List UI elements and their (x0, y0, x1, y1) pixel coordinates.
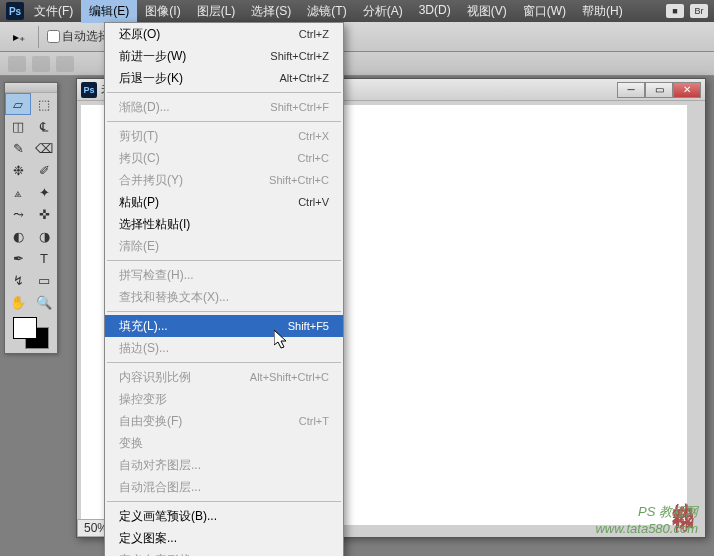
menu-item-label: 定义自定形状... (119, 552, 329, 557)
menu-item-自动混合图层: 自动混合图层... (105, 476, 343, 498)
menu-image[interactable]: 图像(I) (137, 0, 188, 23)
hand-tool[interactable]: ✋ (5, 291, 31, 313)
menu-item-内容识别比例: 内容识别比例Alt+Shift+Ctrl+C (105, 366, 343, 388)
menu-help[interactable]: 帮助(H) (574, 0, 631, 23)
menu-item-选择性粘贴i[interactable]: 选择性粘贴(I) (105, 213, 343, 235)
menu-item-shortcut: Alt+Shift+Ctrl+C (250, 371, 329, 383)
menu-item-label: 前进一步(W) (119, 48, 270, 65)
watermark-cn: 他姓我帮你 (668, 485, 698, 495)
menu-item-label: 操控变形 (119, 391, 329, 408)
menu-item-label: 定义图案... (119, 530, 329, 547)
brush-tool[interactable]: ✐ (31, 159, 57, 181)
menu-3d[interactable]: 3D(D) (411, 0, 459, 23)
gradient-tool[interactable]: ✜ (31, 203, 57, 225)
menu-item-label: 粘贴(P) (119, 194, 298, 211)
eraser-tool[interactable]: ⤳ (5, 203, 31, 225)
menu-item-label: 变换 (119, 435, 329, 452)
menu-item-自动对齐图层: 自动对齐图层... (105, 454, 343, 476)
menu-item-label: 定义画笔预设(B)... (119, 508, 329, 525)
menu-item-自由变换f: 自由变换(F)Ctrl+T (105, 410, 343, 432)
path-tool[interactable]: ↯ (5, 269, 31, 291)
bridge-icon[interactable]: Br (690, 4, 708, 18)
menu-item-拷贝c: 拷贝(C)Ctrl+C (105, 147, 343, 169)
wand-tool[interactable]: ℄ (31, 115, 57, 137)
window-buttons: ─ ▭ ✕ (617, 82, 701, 98)
app-logo: Ps (6, 2, 24, 20)
stamp-tool[interactable]: ⟁ (5, 181, 31, 203)
tb-icon (32, 56, 50, 72)
menu-item-label: 描边(S)... (119, 340, 329, 357)
dodge-tool[interactable]: ◑ (31, 225, 57, 247)
menu-window[interactable]: 窗口(W) (515, 0, 574, 23)
color-swatches (5, 313, 57, 353)
divider (38, 26, 39, 48)
menu-item-定义图案[interactable]: 定义图案... (105, 527, 343, 549)
menu-item-label: 选择性粘贴(I) (119, 216, 329, 233)
menu-item-label: 查找和替换文本(X)... (119, 289, 329, 306)
menu-select[interactable]: 选择(S) (243, 0, 299, 23)
menu-item-shortcut: Ctrl+X (298, 130, 329, 142)
tb-icon (8, 56, 26, 72)
menu-item-label: 自由变换(F) (119, 413, 299, 430)
menu-edit[interactable]: 编辑(E) (81, 0, 137, 23)
menu-item-shortcut: Ctrl+Z (299, 28, 329, 40)
menu-item-粘贴p[interactable]: 粘贴(P)Ctrl+V (105, 191, 343, 213)
document-ps-icon: Ps (81, 82, 97, 98)
menu-analysis[interactable]: 分析(A) (355, 0, 411, 23)
menu-item-后退一步k[interactable]: 后退一步(K)Alt+Ctrl+Z (105, 67, 343, 89)
maximize-button[interactable]: ▭ (645, 82, 673, 98)
menu-filter[interactable]: 滤镜(T) (299, 0, 354, 23)
menu-item-label: 拼写检查(H)... (119, 267, 329, 284)
healing-tool[interactable]: ❉ (5, 159, 31, 181)
watermark-en: PS 教程网 (595, 503, 698, 521)
auto-select-input[interactable] (47, 30, 60, 43)
menu-item-还原o[interactable]: 还原(O)Ctrl+Z (105, 23, 343, 45)
menu-item-操控变形: 操控变形 (105, 388, 343, 410)
history-brush-tool[interactable]: ✦ (31, 181, 57, 203)
move-tool[interactable]: ▱ (5, 93, 31, 115)
menu-item-shortcut: Ctrl+C (298, 152, 329, 164)
menu-item-合并拷贝y: 合并拷贝(Y)Shift+Ctrl+C (105, 169, 343, 191)
foreground-color[interactable] (13, 317, 37, 339)
close-button[interactable]: ✕ (673, 82, 701, 98)
menu-item-label: 渐隐(D)... (119, 99, 270, 116)
screen-mode-icon[interactable]: ■ (666, 4, 684, 18)
menu-item-前进一步w[interactable]: 前进一步(W)Shift+Ctrl+Z (105, 45, 343, 67)
menu-item-label: 自动对齐图层... (119, 457, 329, 474)
menu-item-清除e: 清除(E) (105, 235, 343, 257)
menu-separator (107, 362, 341, 363)
minimize-button[interactable]: ─ (617, 82, 645, 98)
pen-tool[interactable]: ✒ (5, 247, 31, 269)
menu-item-填充l[interactable]: 填充(L)...Shift+F5 (105, 315, 343, 337)
menu-item-shortcut: Shift+F5 (288, 320, 329, 332)
blur-tool[interactable]: ◐ (5, 225, 31, 247)
menubar-right-icons: ■ Br (666, 4, 708, 18)
shape-tool[interactable]: ▭ (31, 269, 57, 291)
menu-item-剪切t: 剪切(T)Ctrl+X (105, 125, 343, 147)
type-tool[interactable]: T (31, 247, 57, 269)
menu-item-定义画笔预设b[interactable]: 定义画笔预设(B)... (105, 505, 343, 527)
menu-bar: 文件(F) 编辑(E) 图像(I) 图层(L) 选择(S) 滤镜(T) 分析(A… (26, 0, 631, 23)
menu-separator (107, 121, 341, 122)
menu-layer[interactable]: 图层(L) (189, 0, 244, 23)
menu-item-label: 合并拷贝(Y) (119, 172, 269, 189)
menu-item-shortcut: Ctrl+V (298, 196, 329, 208)
eyedropper-tool[interactable]: ⌫ (31, 137, 57, 159)
menu-item-label: 自动混合图层... (119, 479, 329, 496)
marquee-tool[interactable]: ⬚ (31, 93, 57, 115)
menu-item-shortcut: Shift+Ctrl+F (270, 101, 329, 113)
lasso-tool[interactable]: ◫ (5, 115, 31, 137)
menu-item-label: 内容识别比例 (119, 369, 250, 386)
edit-menu-dropdown: 还原(O)Ctrl+Z前进一步(W)Shift+Ctrl+Z后退一步(K)Alt… (104, 22, 344, 556)
zoom-tool[interactable]: 🔍 (31, 291, 57, 313)
menu-file[interactable]: 文件(F) (26, 0, 81, 23)
menu-separator (107, 260, 341, 261)
move-tool-icon[interactable]: ▸₊ (8, 28, 30, 46)
palette-header[interactable] (5, 83, 57, 93)
menu-view[interactable]: 视图(V) (459, 0, 515, 23)
tool-palette: ▱ ⬚ ◫ ℄ ✎ ⌫ ❉ ✐ ⟁ ✦ ⤳ ✜ ◐ ◑ ✒ T ↯ ▭ ✋ 🔍 (4, 82, 58, 354)
crop-tool[interactable]: ✎ (5, 137, 31, 159)
menu-item-label: 后退一步(K) (119, 70, 279, 87)
menu-item-定义自定形状: 定义自定形状... (105, 549, 343, 556)
menu-item-描边s: 描边(S)... (105, 337, 343, 359)
